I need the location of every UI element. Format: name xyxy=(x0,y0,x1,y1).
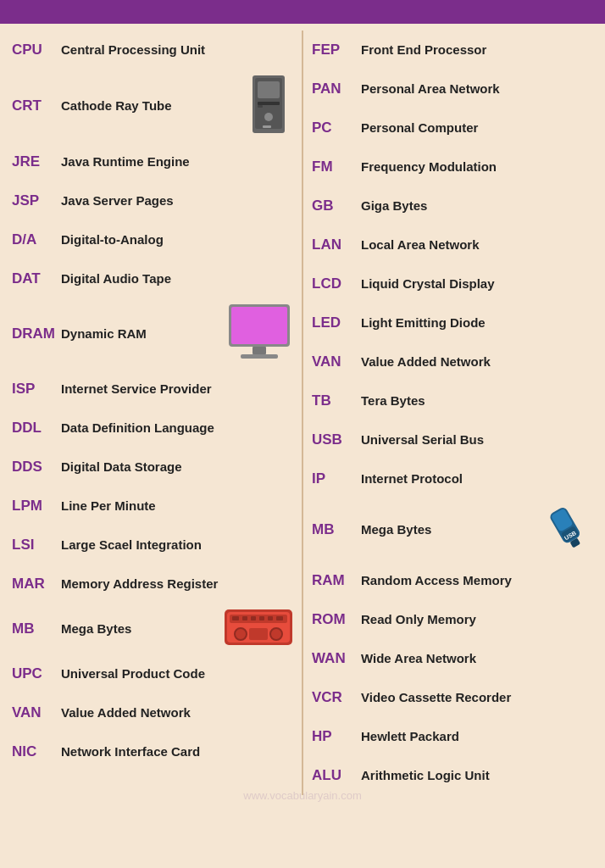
abbreviation: MAR xyxy=(12,576,61,593)
abbreviation: MB xyxy=(312,521,361,538)
definition: Java Runtime Engine xyxy=(61,153,293,170)
svg-rect-9 xyxy=(253,347,266,354)
definition: Value Added Network xyxy=(361,353,593,370)
abbreviation: ISP xyxy=(12,381,61,398)
definition: Personal Computer xyxy=(361,120,593,136)
abbreviation: CRT xyxy=(12,97,61,114)
definition: Giga Bytes xyxy=(361,198,593,214)
column-divider xyxy=(302,31,303,795)
definition: Digital Data Storage xyxy=(61,459,293,476)
svg-rect-18 xyxy=(268,616,273,620)
definition: Cathode Ray Tube xyxy=(61,97,246,114)
tower-image xyxy=(249,75,293,137)
definition: Universal Serial Bus xyxy=(361,431,593,448)
list-item: FMFrequency Modulation xyxy=(308,147,597,186)
list-item: JSPJava Server Pages xyxy=(8,181,297,220)
definition: Digital-to-Analog xyxy=(61,231,293,248)
abbreviation: VAN xyxy=(12,704,61,721)
abbreviation: TB xyxy=(312,392,361,409)
abbreviation: VCR xyxy=(312,689,361,706)
svg-point-4 xyxy=(264,113,273,121)
svg-point-21 xyxy=(270,628,282,640)
list-item: PCPersonal Computer xyxy=(308,108,597,147)
abbreviation: JRE xyxy=(12,153,61,170)
list-item: LCDLiquid Crystal Display xyxy=(308,264,597,303)
list-item: MARMemory Address Register xyxy=(8,565,297,604)
definition: Large Scael Integration xyxy=(61,537,293,554)
abbreviation: VAN xyxy=(312,353,361,370)
list-item: VANValue Added Network xyxy=(308,342,597,381)
svg-rect-2 xyxy=(258,81,280,98)
definition: Read Only Memory xyxy=(361,611,593,628)
definition: Tera Bytes xyxy=(361,392,593,409)
list-item: IPInternet Protocol xyxy=(308,459,597,498)
definition: Mega Bytes xyxy=(361,521,541,538)
abbreviation: CPU xyxy=(12,42,61,58)
definition: Java Server Pages xyxy=(61,192,293,209)
list-item: GBGiga Bytes xyxy=(308,186,597,225)
abbreviation: GB xyxy=(312,198,361,214)
abbreviation: DRAM xyxy=(12,326,61,342)
definition: Light Emitting Diode xyxy=(361,314,593,331)
abbreviation: ROM xyxy=(312,611,361,628)
cassette-image xyxy=(224,609,293,649)
list-item: DRAMDynamic RAM xyxy=(8,298,297,370)
abbreviation: ALU xyxy=(312,767,361,784)
abbreviation: LED xyxy=(312,314,361,331)
monitor-image xyxy=(225,303,293,364)
list-item: FEPFront End Processor xyxy=(308,31,597,70)
list-item: LSILarge Scael Integration xyxy=(8,526,297,565)
definition: Internet Protocol xyxy=(361,470,593,487)
definition: Internet Service Provider xyxy=(61,381,293,398)
list-item: CRTCathode Ray Tube xyxy=(8,70,297,142)
svg-rect-16 xyxy=(251,616,256,620)
left-column: CPUCentral Processing UnitCRTCathode Ray… xyxy=(8,31,297,795)
abbreviation: RAM xyxy=(312,572,361,589)
definition: Digital Audio Tape xyxy=(61,270,293,287)
list-item: VANValue Added Network xyxy=(8,693,297,732)
definition: Dynamic RAM xyxy=(61,326,222,342)
list-item: USBUniversal Serial Bus xyxy=(308,420,597,459)
list-item: ROMRead Only Memory xyxy=(308,600,597,639)
svg-point-20 xyxy=(235,628,247,640)
svg-rect-10 xyxy=(241,354,278,359)
abbreviation: FEP xyxy=(312,42,361,58)
abbreviation: FM xyxy=(312,159,361,175)
abbreviation: LPM xyxy=(12,498,61,515)
list-item: LPMLine Per Minute xyxy=(8,487,297,526)
definition: Mega Bytes xyxy=(61,620,220,637)
abbreviation: HP xyxy=(312,728,361,745)
definition: Central Processing Unit xyxy=(61,42,293,58)
svg-rect-6 xyxy=(258,105,263,108)
definition: Local Area Network xyxy=(361,236,593,253)
svg-rect-17 xyxy=(259,616,264,620)
list-item: ALUArithmetic Logic Unit xyxy=(308,756,597,795)
abbreviation: NIC xyxy=(12,743,61,760)
definition: Arithmetic Logic Unit xyxy=(361,767,593,784)
list-item: RAMRandom Access Memory xyxy=(308,561,597,600)
abbreviation: WAN xyxy=(312,650,361,667)
definition: Universal Product Code xyxy=(61,665,293,682)
abbreviation: DDL xyxy=(12,420,61,437)
list-item: PANPersonal Area Network xyxy=(308,70,597,108)
list-item: D/ADigital-to-Analog xyxy=(8,220,297,259)
list-item: ISPInternet Service Provider xyxy=(8,370,297,409)
list-item: VCRVideo Cassette Recorder xyxy=(308,678,597,717)
definition: Line Per Minute xyxy=(61,498,293,515)
abbreviation: LSI xyxy=(12,537,61,554)
abbreviation: DDS xyxy=(12,459,61,476)
usb-image: USB xyxy=(544,504,593,556)
definition: Hewlett Packard xyxy=(361,728,593,745)
svg-rect-14 xyxy=(232,616,239,620)
svg-rect-5 xyxy=(263,125,271,128)
list-item: TBTera Bytes xyxy=(308,381,597,420)
abbreviation: PC xyxy=(312,120,361,136)
list-item: UPCUniversal Product Code xyxy=(8,654,297,693)
list-item: LANLocal Area Network xyxy=(308,225,597,264)
definition: Network Interface Card xyxy=(61,743,293,760)
list-item: HPHewlett Packard xyxy=(308,717,597,756)
abbreviation: JSP xyxy=(12,192,61,209)
svg-rect-15 xyxy=(242,616,247,620)
list-item: DDLData Definition Language xyxy=(8,409,297,448)
list-item: LEDLight Emitting Diode xyxy=(308,303,597,342)
